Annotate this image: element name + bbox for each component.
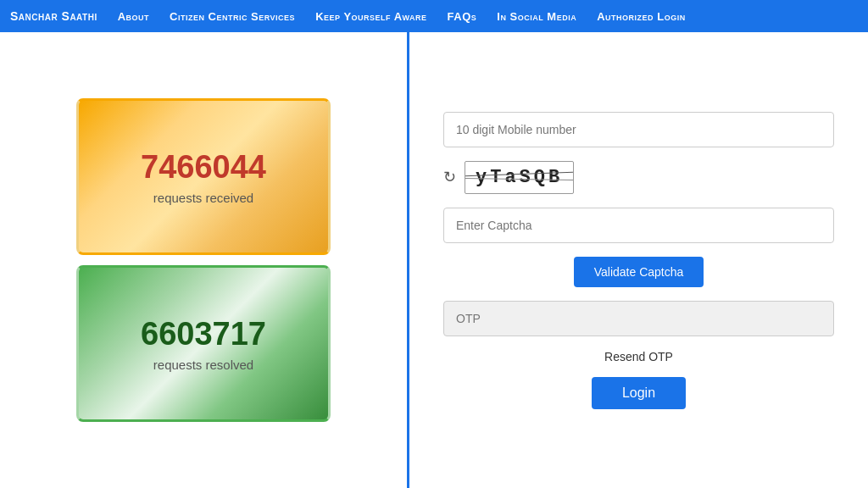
nav-citizen-centric-services[interactable]: Citizen Centric Services (170, 10, 295, 23)
mobile-input[interactable] (443, 112, 834, 147)
login-button[interactable]: Login (592, 377, 686, 409)
nav-authorized-login[interactable]: Authorized Login (597, 10, 685, 23)
requests-received-label: requests received (153, 191, 253, 205)
main-content: 7466044 requests received 6603717 reques… (0, 32, 868, 488)
captcha-row: ↻ yTaSQB (443, 161, 834, 194)
otp-input[interactable] (443, 301, 834, 336)
nav-faqs[interactable]: FAQs (448, 10, 477, 23)
resend-otp-link[interactable]: Resend OTP (443, 350, 834, 363)
nav-about[interactable]: About (118, 10, 149, 23)
refresh-captcha-icon[interactable]: ↻ (443, 168, 456, 186)
requests-resolved-label: requests resolved (153, 358, 253, 372)
captcha-input[interactable] (443, 208, 834, 243)
nav-in-social-media[interactable]: In Social Media (497, 10, 576, 23)
validate-captcha-button[interactable]: Validate Captcha (574, 257, 704, 287)
requests-resolved-card: 6603717 requests resolved (76, 265, 331, 422)
requests-received-number: 7466044 (141, 149, 266, 186)
nav-sanchar-saathi[interactable]: Sanchar Saathi (10, 9, 97, 23)
nav-keep-yourself-aware[interactable]: Keep Yourself Aware (315, 10, 426, 23)
left-panel: 7466044 requests received 6603717 reques… (0, 32, 407, 488)
right-panel: ↻ yTaSQB Validate Captcha Resend OTP Log… (407, 32, 868, 488)
captcha-image: yTaSQB (465, 161, 574, 194)
requests-received-card: 7466044 requests received (76, 98, 331, 255)
requests-resolved-number: 6603717 (141, 316, 266, 352)
main-nav: Sanchar Saathi About Citizen Centric Ser… (0, 0, 868, 32)
